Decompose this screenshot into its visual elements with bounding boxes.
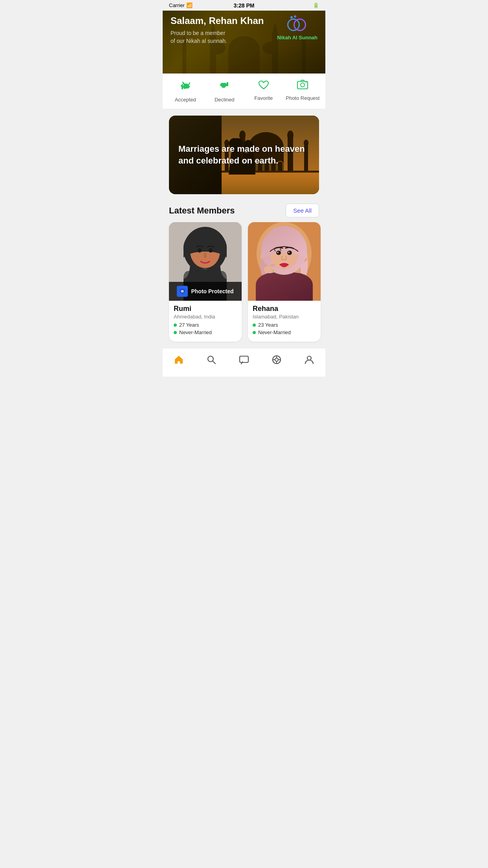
age-text-rehana: 23 Years [258,322,278,328]
shield-icon [177,286,188,297]
member-marital-rehana: Never-Married [253,329,316,335]
member-location-rumi: Ahmedabad, India [174,314,237,320]
carrier-info: Carrier 📶 [169,2,193,8]
action-accepted[interactable]: Accepted [166,80,205,103]
svg-point-17 [301,83,305,87]
member-card-rumi[interactable]: Photo Protected Rumi Ahmedabad, India 27… [169,222,242,342]
photo-request-label: Photo Request [286,95,319,101]
member-marital-rumi: Never-Married [174,329,237,335]
svg-rect-1 [228,50,260,74]
dot-right [294,15,296,18]
svg-point-46 [277,252,279,253]
member-age-rehana: 23 Years [253,322,316,328]
subtitle-text: Proud to be a memberof our Nikah al sunn… [171,29,264,45]
header-text-block: Salaam, Rehan Khan Proud to be a membero… [171,15,264,45]
declined-icon [218,80,230,94]
photo-protected-label: Photo Protected [191,288,233,294]
see-all-button[interactable]: See All [286,204,319,217]
bottom-navigation [163,348,325,377]
action-photo-request[interactable]: Photo Request [283,80,323,103]
time-display: 3:28 PM [234,2,255,9]
svg-point-55 [275,358,278,361]
message-icon [239,355,249,367]
member-photo-rehana [248,222,321,301]
svg-point-47 [288,252,290,253]
svg-point-60 [307,356,311,360]
app-name: Nikah Al Sunnah [277,35,317,40]
svg-point-37 [209,248,213,253]
header: Salaam, Rehan Khan Proud to be a membero… [163,11,325,74]
marital-dot-2 [253,331,256,334]
member-name-rumi: Rumi [174,305,237,313]
section-title: Latest Members [169,206,235,216]
battery-icon: 🔋 [313,2,319,8]
profile-icon [304,355,314,367]
accepted-label: Accepted [175,97,196,103]
carrier-text: Carrier [169,2,185,8]
logo-dots [290,15,296,18]
member-name-rehana: Rehana [253,305,316,313]
nav-community[interactable] [265,353,288,369]
accepted-icon [180,80,191,94]
status-bar: Carrier 📶 3:28 PM 🔋 [163,0,325,11]
action-favorite[interactable]: Favorite [244,80,283,103]
header-content: Salaam, Rehan Khan Proud to be a membero… [171,15,317,45]
member-info-rehana: Rehana Islamabad, Pakistan 23 Years Neve… [248,301,321,342]
svg-rect-8 [182,42,186,74]
member-age-rumi: 27 Years [174,322,237,328]
banner-text-area: Marriages are made on heaven and celebra… [169,134,319,176]
home-icon [174,355,184,367]
declined-label: Declined [215,97,235,103]
svg-rect-48 [272,270,274,272]
action-declined[interactable]: Declined [205,80,244,103]
svg-rect-39 [182,291,183,292]
svg-point-44 [276,251,281,255]
favorite-icon [258,80,269,93]
svg-rect-53 [240,356,248,362]
photo-request-icon [297,80,308,93]
latest-members-header: Latest Members See All [163,200,325,222]
marital-text-rehana: Never-Married [258,329,291,335]
age-text-rumi: 27 Years [179,322,199,328]
nav-profile[interactable] [298,353,321,369]
greeting-text: Salaam, Rehan Khan [171,15,264,26]
age-dot-2 [253,324,256,327]
svg-point-45 [287,251,292,255]
age-dot [174,324,177,327]
member-card-rehana[interactable]: Rehana Islamabad, Pakistan 23 Years Neve… [248,222,321,342]
marital-dot [174,331,177,334]
members-scroll-container[interactable]: Photo Protected Rumi Ahmedabad, India 27… [163,222,325,348]
banner-quote: Marriages are made on heaven and celebra… [178,143,310,166]
svg-point-36 [198,248,202,253]
nav-messages[interactable] [233,353,255,369]
svg-rect-10 [302,42,306,74]
logo-rings [286,15,309,33]
nav-home[interactable] [167,353,190,369]
logo-area: Nikah Al Sunnah [277,15,317,40]
svg-point-12 [163,14,171,23]
member-photo-rumi: Photo Protected [169,222,242,301]
battery-area: 🔋 [313,2,319,8]
wifi-icon: 📶 [186,2,193,8]
nav-search[interactable] [200,353,223,369]
member-info-rumi: Rumi Ahmedabad, India 27 Years Never-Mar… [169,301,242,342]
promotional-banner: Marriages are made on heaven and celebra… [169,116,319,194]
ring-right [294,18,306,31]
search-icon [206,355,216,367]
photo-protected-overlay: Photo Protected [169,282,242,301]
favorite-label: Favorite [254,95,273,101]
quick-actions-bar: Accepted Declined Favorite Photo [163,74,325,109]
marital-text-rumi: Never-Married [179,329,212,335]
member-location-rehana: Islamabad, Pakistan [253,314,316,320]
community-icon [272,355,282,367]
svg-line-52 [213,361,216,364]
dot-left [290,16,293,18]
